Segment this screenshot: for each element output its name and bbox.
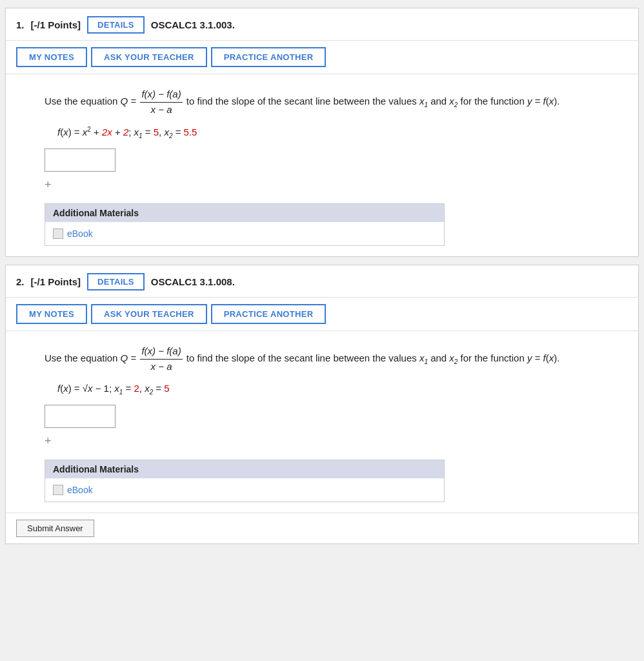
- problem-1-my-notes-button[interactable]: MY NOTES: [16, 47, 87, 67]
- problem-1-x1-val: 5: [154, 127, 159, 137]
- problem-2-body: Use the equation Q = f(x) − f(a) x − a t…: [6, 331, 638, 513]
- problem-2-practice-another-button[interactable]: PRACTICE ANOTHER: [211, 304, 327, 324]
- problem-1-q-label: Q: [121, 96, 128, 107]
- problem-2-answer-area: [45, 405, 599, 428]
- problem-1-fraction-den: x − a: [150, 103, 174, 117]
- problem-2-ebook-icon: [53, 485, 63, 495]
- problem-2-fx-label: f: [543, 352, 546, 363]
- problem-1-answer-area: [45, 148, 599, 172]
- problem-1: 1. [-/1 Points] DETAILS OSCALC1 3.1.003.…: [5, 8, 639, 257]
- problem-1-details-button[interactable]: DETAILS: [87, 16, 145, 34]
- problem-2-x1: x1: [419, 352, 428, 363]
- problem-1-func-label: y: [527, 96, 532, 107]
- problem-2-code: OSCALC1 3.1.008.: [151, 276, 235, 287]
- problem-1-points: [-/1 Points]: [31, 19, 81, 30]
- problem-2-x2-val: 5: [164, 383, 169, 394]
- problem-2-func-label: y: [527, 352, 532, 363]
- problem-2-header: 2. [-/1 Points] DETAILS OSCALC1 3.1.008.: [6, 265, 638, 298]
- problem-1-ebook-icon: [53, 229, 63, 239]
- problem-2: 2. [-/1 Points] DETAILS OSCALC1 3.1.008.…: [5, 265, 639, 544]
- problem-1-x2-val: 5.5: [184, 127, 197, 137]
- problem-2-plus-sign: +: [45, 434, 599, 448]
- problem-2-fraction-den: x − a: [150, 360, 174, 374]
- problem-2-eq-fx: f: [57, 383, 60, 394]
- problem-2-fraction: f(x) − f(a) x − a: [140, 344, 182, 374]
- problem-1-additional-materials-body: eBook: [45, 222, 444, 245]
- problem-2-ask-teacher-button[interactable]: ASK YOUR TEACHER: [91, 304, 207, 324]
- problem-2-actions: MY NOTES ASK YOUR TEACHER PRACTICE ANOTH…: [6, 298, 638, 331]
- problem-2-x2: x2: [449, 352, 458, 363]
- problem-2-q-label: Q: [121, 352, 128, 363]
- problem-1-fraction: f(x) − f(a) x − a: [140, 87, 182, 117]
- problem-2-fraction-num: f(x) − f(a): [140, 344, 182, 360]
- problem-2-answer-input[interactable]: [45, 405, 116, 428]
- problem-1-ebook-link[interactable]: eBook: [53, 229, 436, 239]
- problem-1-eq-2: 2: [123, 127, 128, 137]
- problem-1-body: Use the equation Q = f(x) − f(a) x − a t…: [6, 74, 638, 256]
- problem-1-header: 1. [-/1 Points] DETAILS OSCALC1 3.1.003.: [6, 8, 638, 41]
- problem-1-instruction: Use the equation Q = f(x) − f(a) x − a t…: [45, 87, 599, 117]
- problem-2-number: 2.: [16, 276, 25, 287]
- problem-1-eq-fx: f: [57, 127, 60, 137]
- problem-1-equation: f(x) = x2 + 2x + 2; x1 = 5, x2 = 5.5: [57, 126, 599, 139]
- problem-1-ebook-label: eBook: [67, 229, 93, 239]
- problem-2-additional-materials-header: Additional Materials: [45, 460, 444, 478]
- problem-2-my-notes-button[interactable]: MY NOTES: [16, 304, 87, 324]
- problem-1-x2: x2: [449, 96, 458, 107]
- problem-1-number: 1.: [16, 19, 25, 30]
- problem-2-points: [-/1 Points]: [31, 276, 81, 287]
- problem-1-additional-materials: Additional Materials eBook: [45, 203, 445, 246]
- problem-1-ask-teacher-button[interactable]: ASK YOUR TEACHER: [91, 47, 207, 67]
- problem-2-additional-materials: Additional Materials eBook: [45, 460, 445, 502]
- problem-2-ebook-link[interactable]: eBook: [53, 485, 436, 495]
- problem-1-code: OSCALC1 3.1.003.: [151, 19, 235, 30]
- problem-1-fx-label: f: [543, 96, 546, 107]
- problem-1-practice-another-button[interactable]: PRACTICE ANOTHER: [211, 47, 327, 67]
- problem-2-details-button[interactable]: DETAILS: [87, 273, 145, 290]
- problem-2-submit-row: Submit Answer: [6, 513, 638, 544]
- problem-1-additional-materials-header: Additional Materials: [45, 204, 444, 222]
- problem-2-instruction: Use the equation Q = f(x) − f(a) x − a t…: [45, 344, 599, 374]
- problem-1-actions: MY NOTES ASK YOUR TEACHER PRACTICE ANOTH…: [6, 41, 638, 74]
- problem-2-additional-materials-body: eBook: [45, 478, 444, 502]
- problem-1-x1: x1: [419, 96, 428, 107]
- problem-1-answer-input[interactable]: [45, 148, 116, 172]
- problem-1-eq-2x: 2x: [102, 127, 112, 137]
- problem-2-ebook-label: eBook: [67, 485, 93, 495]
- problem-1-fraction-num: f(x) − f(a): [140, 87, 182, 103]
- problem-2-submit-button[interactable]: Submit Answer: [16, 520, 94, 537]
- problem-1-plus-sign: +: [45, 178, 599, 192]
- problem-2-equation: f(x) = √x − 1; x1 = 2, x2 = 5: [57, 383, 599, 396]
- problem-2-x1-val: 2: [134, 383, 139, 394]
